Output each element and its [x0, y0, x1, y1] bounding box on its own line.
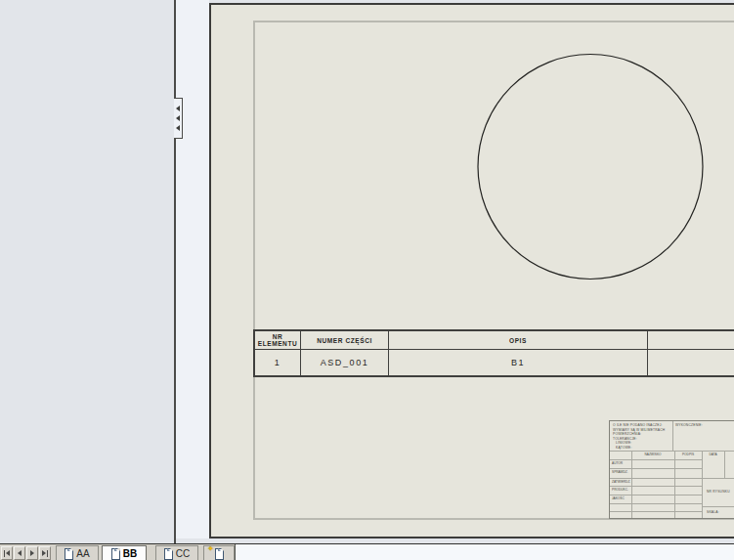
next-sheet-button[interactable] — [26, 546, 38, 560]
titleblock-scale-label: SKALA: — [707, 510, 719, 515]
arrow-right-icon — [30, 550, 34, 556]
bom-cell-description[interactable]: B1 — [389, 350, 648, 375]
titleblock-line — [702, 506, 734, 507]
titleblock-line — [674, 451, 675, 518]
bom-header-nr-elementu[interactable]: NR ELEMENTU — [255, 331, 301, 350]
titleblock-header-date: DATA — [702, 452, 724, 456]
bom-table[interactable]: NR ELEMENTU NUMER CZĘŚCI OPIS 1 ASD_001 … — [253, 329, 734, 377]
titleblock-line — [610, 503, 702, 504]
titleblock-drawing-no-label: NR RYSUNKU — [707, 490, 730, 495]
titleblock-line — [610, 468, 702, 469]
new-sheet-icon — [215, 548, 224, 560]
titleblock-line — [610, 459, 702, 460]
titleblock-line — [610, 495, 702, 495]
sheet-tab-bb-active[interactable]: BB — [102, 545, 147, 560]
graphics-area-margin — [176, 0, 209, 538]
add-sheet-button[interactable]: ✦ — [203, 545, 235, 560]
previous-sheet-button[interactable] — [14, 546, 25, 560]
titleblock-line — [724, 451, 725, 478]
arrow-right-icon — [42, 550, 46, 556]
titleblock-line — [672, 421, 673, 451]
arrow-left-icon — [6, 550, 10, 556]
titleblock-row-quality: JAKOŚĆ — [612, 496, 625, 500]
titleblock-line — [610, 486, 702, 487]
sheet-tab-label: AA — [76, 548, 89, 559]
bom-cell-item-no[interactable]: 1 — [255, 350, 301, 375]
titleblock-row-production: PRODUKC. — [612, 488, 628, 492]
sheet-page-icon — [65, 548, 73, 560]
titleblock-header-signature: PODPIS — [674, 452, 702, 456]
titleblock-finish-label: WYKOŃCZENIE: — [675, 423, 703, 428]
title-block: O ILE NIE PODANO INACZEJ: WYMIARY SĄ W M… — [609, 420, 734, 519]
note-line: KĄTOWE: — [613, 446, 665, 451]
new-sheet-star-icon: ✦ — [207, 545, 214, 553]
titleblock-row-author: AUTOR — [612, 461, 623, 465]
sheet-tab-aa[interactable]: AA — [56, 545, 99, 560]
bom-cell-part-number[interactable]: ASD_001 — [301, 350, 389, 375]
collapse-arrow-icon — [176, 115, 180, 121]
titleblock-notes: O ILE NIE PODANO INACZEJ: WYMIARY SĄ W M… — [613, 423, 665, 450]
collapse-arrow-icon — [176, 125, 180, 131]
solidworks-drawing-window: NR ELEMENTU NUMER CZĘŚCI OPIS 1 ASD_001 … — [0, 0, 734, 560]
first-sheet-button[interactable] — [1, 546, 13, 560]
sheet-tab-label: BB — [123, 548, 137, 559]
titleblock-line — [610, 511, 702, 512]
circle-drawing-view[interactable] — [476, 52, 707, 282]
bom-cell-cut-off[interactable] — [648, 350, 734, 375]
sheet-page-icon — [164, 548, 173, 560]
collapse-panel-handle[interactable] — [174, 98, 183, 139]
collapse-arrow-icon — [176, 106, 180, 111]
arrow-left-icon — [18, 550, 22, 556]
titleblock-row-approved: ZATWIERDZ. — [612, 480, 630, 484]
titleblock-line — [631, 451, 632, 518]
first-sheet-icon — [4, 550, 6, 557]
bom-header-opis[interactable]: OPIS — [389, 331, 648, 350]
titleblock-line — [610, 478, 734, 479]
part-circle-edge[interactable] — [478, 55, 703, 280]
sheet-tab-label: CC — [176, 548, 190, 559]
sheet-page-icon — [111, 548, 120, 560]
last-sheet-button[interactable] — [39, 546, 51, 560]
last-sheet-icon — [47, 550, 49, 557]
titleblock-header-name: NAZWISKO — [631, 452, 674, 456]
bom-header-cut-off[interactable] — [648, 331, 734, 350]
sheet-tab-cc[interactable]: CC — [155, 545, 198, 560]
sheet-tab-bar: AA BB CC ✦ — [0, 543, 734, 560]
titleblock-line — [702, 451, 703, 518]
titleblock-row-checked: SPRAWDZ. — [612, 470, 628, 474]
note-line: O ILE NIE PODANO INACZEJ: — [613, 423, 665, 428]
feature-panel-divider[interactable] — [174, 0, 176, 543]
bom-header-numer-czesci[interactable]: NUMER CZĘŚCI — [301, 331, 389, 350]
titleblock-line — [610, 451, 734, 452]
horizontal-scrollbar-track[interactable] — [235, 544, 734, 560]
